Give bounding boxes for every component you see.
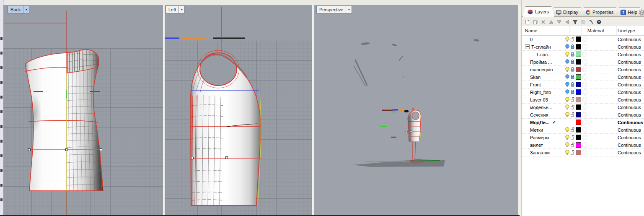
layer-color-swatch[interactable] bbox=[576, 44, 581, 49]
layer-visibility-bulb-icon[interactable] bbox=[565, 97, 570, 102]
layer-row[interactable]: 0Continuous bbox=[522, 36, 644, 43]
lock-closed-icon[interactable] bbox=[570, 74, 575, 80]
layer-visibility-bulb-icon[interactable] bbox=[565, 52, 570, 57]
layer-color-swatch[interactable] bbox=[576, 127, 581, 133]
lock-open-icon[interactable] bbox=[570, 112, 575, 117]
layer-row[interactable]: МодЛи...✓Continuous bbox=[522, 119, 644, 126]
material-preview-icon[interactable] bbox=[582, 44, 587, 49]
layer-linetype[interactable]: Continuous bbox=[617, 120, 644, 125]
layer-visibility-bulb-icon[interactable] bbox=[565, 67, 570, 72]
material-preview-icon[interactable] bbox=[582, 150, 587, 155]
help-ball-icon[interactable]: ? bbox=[596, 19, 602, 25]
layer-visibility-bulb-icon[interactable] bbox=[565, 142, 570, 148]
layer-color-swatch[interactable] bbox=[576, 150, 581, 155]
layer-linetype[interactable]: Continuous bbox=[617, 112, 644, 117]
viewport-perspective[interactable]: Perspective ▼ bbox=[314, 5, 518, 216]
layer-color-swatch[interactable] bbox=[576, 36, 581, 42]
gear-icon[interactable] bbox=[638, 9, 644, 18]
layer-color-swatch[interactable] bbox=[576, 112, 581, 117]
layer-row[interactable]: модельн...Continuous bbox=[522, 104, 644, 111]
lock-closed-icon[interactable] bbox=[570, 82, 575, 87]
lock-open-icon[interactable] bbox=[570, 135, 575, 140]
layer-visibility-bulb-icon[interactable] bbox=[565, 44, 570, 49]
vest-model-back[interactable] bbox=[25, 49, 103, 191]
layer-visibility-bulb-icon[interactable] bbox=[565, 59, 570, 65]
expand-collapse-icon[interactable] bbox=[525, 44, 530, 49]
layer-visibility-bulb-icon[interactable] bbox=[565, 127, 570, 133]
lock-closed-icon[interactable] bbox=[570, 52, 575, 57]
layer-visibility-bulb-icon[interactable] bbox=[565, 135, 570, 140]
tab-properties[interactable]: Properties bbox=[581, 7, 619, 17]
layer-row[interactable]: МеткиContinuous bbox=[522, 126, 644, 134]
material-preview-icon[interactable] bbox=[582, 74, 587, 80]
layer-linetype[interactable]: Continuous bbox=[617, 37, 644, 42]
lock-closed-icon[interactable] bbox=[570, 89, 575, 95]
material-preview-icon[interactable] bbox=[582, 89, 587, 95]
viewport-left[interactable]: Left ▼ bbox=[165, 5, 312, 216]
lock-closed-icon[interactable] bbox=[570, 44, 575, 49]
tab-layers[interactable]: Layers bbox=[522, 6, 554, 17]
layer-linetype[interactable]: Continuous bbox=[617, 52, 644, 57]
layer-visibility-bulb-icon[interactable] bbox=[565, 74, 570, 80]
layer-linetype[interactable]: Continuous bbox=[617, 135, 644, 140]
lock-open-icon[interactable] bbox=[570, 104, 575, 110]
layer-color-swatch[interactable] bbox=[576, 52, 581, 57]
viewport-title-label[interactable]: Left bbox=[166, 6, 178, 13]
column-header-linetype[interactable]: Linetype bbox=[617, 26, 644, 35]
move-up-icon[interactable] bbox=[548, 19, 554, 25]
material-preview-icon[interactable] bbox=[582, 59, 587, 65]
perspective-viewport-canvas[interactable] bbox=[314, 5, 518, 216]
left-viewport-canvas[interactable] bbox=[165, 5, 312, 216]
layer-linetype[interactable]: Continuous bbox=[617, 128, 644, 133]
layer-color-swatch[interactable] bbox=[576, 67, 581, 72]
layer-row[interactable]: SkanContinuous bbox=[522, 73, 644, 81]
lock-open-icon[interactable] bbox=[570, 127, 575, 133]
layer-linetype[interactable]: Continuous bbox=[617, 75, 644, 80]
layer-row[interactable]: FrontContinuous bbox=[522, 81, 644, 88]
new-layer-icon[interactable] bbox=[524, 19, 530, 25]
layer-row[interactable]: Right_fotoContinuous bbox=[522, 88, 644, 96]
layer-linetype[interactable]: Continuous bbox=[617, 82, 644, 87]
layer-row[interactable]: жилетContinuous bbox=[522, 141, 644, 149]
layer-visibility-bulb-icon[interactable] bbox=[565, 112, 570, 117]
layer-color-swatch[interactable] bbox=[576, 142, 581, 148]
viewport-back[interactable]: Back ▼ bbox=[3, 5, 163, 216]
layer-row[interactable]: mannequinContinuous bbox=[522, 66, 644, 73]
layer-linetype[interactable]: Continuous bbox=[617, 143, 644, 148]
tab-display[interactable]: Display bbox=[551, 7, 584, 17]
viewport-title-perspective[interactable]: Perspective ▼ bbox=[316, 6, 352, 13]
material-preview-icon[interactable] bbox=[582, 127, 587, 133]
viewport-title-label[interactable]: Perspective bbox=[317, 6, 346, 13]
column-header-name[interactable]: Name bbox=[525, 26, 564, 35]
layer-row[interactable]: РазмерыContinuous bbox=[522, 134, 644, 141]
layer-table-icon[interactable] bbox=[580, 19, 586, 25]
layer-row[interactable]: Т-сплайнContinuous bbox=[522, 43, 644, 51]
material-preview-icon[interactable] bbox=[582, 36, 587, 42]
back-viewport-canvas[interactable] bbox=[3, 5, 163, 216]
material-preview-icon[interactable] bbox=[582, 112, 587, 117]
column-header-material[interactable]: Material bbox=[587, 26, 617, 35]
layer-color-swatch[interactable] bbox=[576, 97, 581, 102]
layer-color-swatch[interactable] bbox=[576, 120, 581, 125]
delete-layer-icon[interactable] bbox=[540, 19, 546, 25]
lock-closed-icon[interactable] bbox=[570, 59, 575, 65]
layer-linetype[interactable]: Continuous bbox=[617, 67, 644, 72]
layer-linetype[interactable]: Continuous bbox=[617, 150, 644, 155]
chevron-down-icon[interactable]: ▼ bbox=[178, 6, 184, 13]
lock-open-icon[interactable] bbox=[570, 97, 575, 102]
layer-visibility-bulb-icon[interactable] bbox=[565, 82, 570, 87]
lock-open-icon[interactable] bbox=[570, 150, 575, 155]
layer-color-swatch[interactable] bbox=[576, 82, 581, 87]
material-preview-icon[interactable] bbox=[582, 104, 587, 110]
layer-linetype[interactable]: Continuous bbox=[617, 90, 644, 95]
viewport-title-left[interactable]: Left ▼ bbox=[166, 6, 185, 13]
material-preview-icon[interactable] bbox=[582, 97, 587, 102]
material-preview-icon[interactable] bbox=[582, 120, 587, 125]
layer-linetype[interactable]: Continuous bbox=[617, 44, 644, 49]
layer-color-swatch[interactable] bbox=[576, 135, 581, 140]
lock-open-icon[interactable] bbox=[570, 142, 575, 148]
copy-layer-icon[interactable] bbox=[532, 19, 538, 25]
layer-linetype[interactable]: Continuous bbox=[617, 97, 644, 102]
layer-visibility-bulb-icon[interactable] bbox=[565, 104, 570, 110]
chevron-down-icon[interactable]: ▼ bbox=[23, 6, 29, 13]
